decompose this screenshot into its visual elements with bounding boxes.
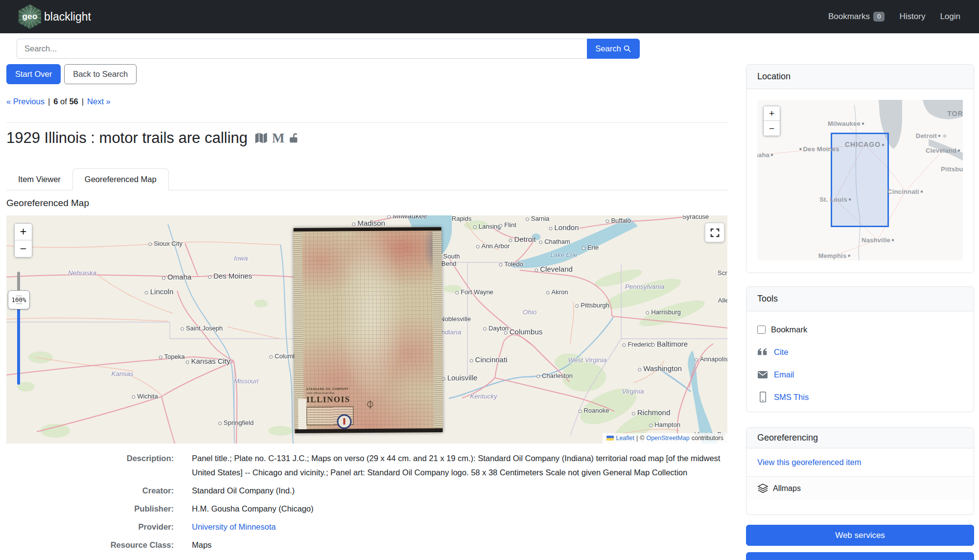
leaflet-map[interactable]: Sioux CityIowaNebraskaOmahaDes MoinesLin… <box>6 215 727 443</box>
minimap-label: Des Moines <box>799 145 839 153</box>
pagination-total: 56 <box>69 97 78 106</box>
geoblacklight-logo-icon: geo <box>19 4 41 29</box>
clipped-action-button[interactable] <box>746 552 974 560</box>
metadata-label: Creator: <box>6 484 174 498</box>
tools-body: Bookmark CiteEmailSMS This <box>746 311 974 415</box>
minimap-zoom-in-button[interactable]: + <box>764 106 780 121</box>
opacity-track-lower[interactable] <box>17 308 20 385</box>
map-attribution: Leaflet | © OpenStreetMap contributors <box>603 433 727 443</box>
map-label: Allentown <box>718 297 727 304</box>
attribution-divider: | <box>636 435 638 442</box>
map-label: Des Moines <box>208 272 252 280</box>
zoom-in-button[interactable]: + <box>15 224 32 240</box>
metadata-label: Publisher: <box>6 502 174 516</box>
map-label: Baltimore <box>652 340 688 348</box>
tools-links: CiteEmailSMS This <box>757 343 963 406</box>
minimap-zoom-out-button[interactable]: − <box>764 121 780 136</box>
search-icon <box>623 45 631 53</box>
map-label: Lincoln <box>145 287 174 296</box>
minimap-label: TORONTO <box>947 110 963 117</box>
map-label: Roanoke <box>578 407 609 414</box>
opacity-slider-handle[interactable]: 100% <box>8 290 30 309</box>
metadata-value: H.M. Gousha Company (Chicago) <box>192 502 725 516</box>
email-link[interactable]: Email <box>774 370 794 379</box>
location-minimap[interactable]: MilwaukeeDes MoinesCHICAGODetroitClevela… <box>757 100 963 260</box>
allmaps-label: Allmaps <box>773 484 801 493</box>
metadata-row: Publisher:H.M. Gousha Company (Chicago) <box>6 502 727 516</box>
divider <box>6 122 727 123</box>
next-link[interactable]: Next » <box>87 97 111 106</box>
geoblacklight-page: geo blacklight Bookmarks0 History Login … <box>0 0 979 560</box>
metadata-row: Provider:University of Minnesota <box>6 520 727 534</box>
map-label: Fort Wayne <box>455 288 493 296</box>
map-label: Sioux City <box>148 240 183 247</box>
title-icons: M <box>255 132 300 145</box>
opacity-value: 100% <box>11 297 26 303</box>
metadata-value: University of Minnesota <box>192 520 725 534</box>
search-button[interactable]: Search <box>587 39 640 59</box>
pagination-of: of <box>60 97 67 106</box>
web-services-button[interactable]: Web services <box>746 525 974 546</box>
georeferenced-overlay-image: STANDARD OIL COMPANY 1929 Official Road … <box>294 227 443 433</box>
map-label: Iowa <box>234 255 248 262</box>
bookmarks-label: Bookmarks <box>828 12 870 22</box>
bookmark-checkbox[interactable] <box>757 326 766 334</box>
login-link[interactable]: Login <box>940 12 960 22</box>
tools-card-title: Tools <box>746 287 974 311</box>
map-label: Missouri <box>234 377 258 385</box>
map-label: Pennsylvania <box>625 283 664 290</box>
pagination: « Previous|6 of 56|Next » <box>6 97 111 106</box>
map-label: Kentucky <box>470 393 497 400</box>
pagination-separator: | <box>82 97 84 106</box>
brand-name: blacklight <box>44 10 91 23</box>
allmaps-icon <box>757 483 769 494</box>
search-input[interactable] <box>17 39 587 59</box>
tab-item-viewer[interactable]: Item Viewer <box>6 169 72 190</box>
bookmarks-count-badge: 0 <box>873 12 885 22</box>
allmaps-link[interactable]: Allmaps <box>746 477 974 500</box>
minimap-label: St. Louis <box>819 196 851 203</box>
cite-link[interactable]: Cite <box>774 348 788 357</box>
item-title-text: 1929 Illinois : motor trails are calling <box>6 129 248 147</box>
zoom-out-button[interactable]: − <box>15 240 32 257</box>
openstreetmap-link[interactable]: OpenStreetMap <box>646 435 689 442</box>
brand-link[interactable]: geo blacklight <box>19 4 91 29</box>
tab-georeferenced-map[interactable]: Georeferenced Map <box>72 168 169 190</box>
fullscreen-button[interactable] <box>705 223 724 242</box>
search-button-label: Search <box>595 44 621 53</box>
map-label: Toledo <box>499 260 523 268</box>
map-zoom-control: + − <box>14 223 32 257</box>
navbar-links: Bookmarks0 History Login <box>828 12 960 22</box>
map-label: Buffalo <box>606 217 630 224</box>
bookmark-label: Bookmark <box>771 325 807 334</box>
map-label: Cleveland <box>535 265 573 273</box>
map-label: Ohio <box>523 308 537 316</box>
bookmarks-link[interactable]: Bookmarks0 <box>828 12 885 22</box>
sms-this-link[interactable]: SMS This <box>774 393 809 402</box>
leaflet-link[interactable]: Leaflet <box>616 435 634 442</box>
overlay-index-column <box>433 231 443 428</box>
georeferencing-card: Georeferencing View this georeferenced i… <box>746 427 974 515</box>
metadata-label: Description: <box>6 451 174 480</box>
ukraine-flag-icon <box>606 436 614 441</box>
map-label: Flint <box>499 221 516 229</box>
map-label: Virginia <box>622 388 644 395</box>
map-label: Charleston <box>536 372 573 379</box>
bookmark-toggle[interactable]: Bookmark <box>757 321 963 338</box>
history-link[interactable]: History <box>899 12 925 22</box>
view-georeferenced-item-link[interactable]: View this georeferenced item <box>757 458 861 467</box>
start-over-button[interactable]: Start Over <box>6 64 61 84</box>
provider-link[interactable]: University of Minnesota <box>192 522 276 531</box>
tool-row: SMS This <box>757 388 963 406</box>
map-label: Richmond <box>632 408 671 417</box>
back-to-search-button[interactable]: Back to Search <box>64 64 137 84</box>
minimap-label: Pittsburgh <box>941 165 963 173</box>
map-label: Ann Arbor <box>476 242 510 250</box>
map-label: Washington <box>638 364 682 373</box>
page-title: 1929 Illinois : motor trails are calling… <box>6 129 300 147</box>
tabs: Item Viewer Georeferenced Map <box>6 167 727 190</box>
search-bar: Search <box>17 39 640 59</box>
minimap-label: Nashville <box>862 236 894 244</box>
previous-link[interactable]: « Previous <box>6 97 45 106</box>
map-label: Rapids <box>452 215 471 222</box>
